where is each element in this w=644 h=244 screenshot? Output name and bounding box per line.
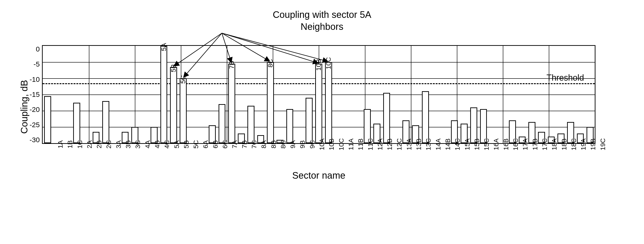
x-axis-ticks: 1A1B1C2A2B2C3A3B3C4A4B4C5A5B5C6A6B6C7A7B…: [42, 144, 596, 168]
bar-2A: [73, 103, 80, 143]
bar-3A: [102, 101, 109, 143]
bar-top-label: 10B: [315, 59, 322, 71]
x-tick: 19C: [589, 138, 607, 150]
bar-top-label: 10C: [325, 57, 332, 69]
chart-title: Coupling with sector 5A: [17, 10, 627, 20]
bar-top-label: 5C: [180, 75, 187, 84]
neighbors-label: Neighbors: [17, 21, 627, 32]
y-axis-ticks: 0-5-10-15-20-25-30: [30, 33, 42, 144]
bar-top-label: 7B: [228, 61, 236, 69]
bar-5C: 5C: [180, 78, 187, 143]
bar-7A: [218, 104, 226, 143]
bar-top-label: 5B: [170, 64, 177, 72]
bar-10C: 10C: [325, 62, 332, 143]
y-tick: -10: [30, 75, 40, 83]
x-axis-label: Sector name: [42, 170, 596, 181]
bar-7B: 7B: [228, 64, 235, 143]
bar-top-label: 5A: [160, 43, 168, 51]
bar-8A: [248, 106, 254, 143]
bars-layer: 5A5B5C7B8C10B10C: [43, 46, 595, 143]
bar-12A: [364, 109, 371, 143]
bar-14A: [422, 91, 429, 143]
bar-12C: [383, 93, 390, 143]
y-tick: -25: [30, 121, 40, 129]
bar-top-label: 8C: [267, 59, 274, 67]
y-tick: -20: [30, 105, 40, 113]
neighbor-arrows: [43, 34, 595, 46]
plot-area: Threshold 5A5B5C7B8C10B10C: [42, 45, 596, 144]
bar-10B: 10B: [315, 64, 322, 143]
bar-5A: 5A: [160, 46, 168, 143]
bar-10A: [306, 98, 312, 143]
bar-9B: [286, 109, 294, 143]
y-tick: 0: [36, 45, 40, 53]
bar-8C: 8C: [267, 62, 274, 143]
y-tick: -30: [30, 136, 40, 144]
y-axis-label: Coupling, dB: [17, 80, 30, 134]
y-tick: -15: [30, 90, 40, 98]
bar-16A: [480, 109, 487, 143]
bar-15C: [470, 107, 477, 143]
bar-1A: [44, 96, 51, 143]
y-tick: -5: [34, 60, 40, 68]
bar-5B: 5B: [170, 67, 177, 143]
